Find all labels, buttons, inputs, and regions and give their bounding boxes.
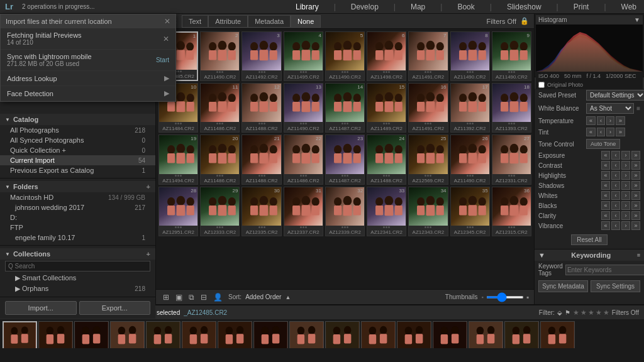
shad-dec-dec-button[interactable]: «	[601, 181, 610, 190]
photo-cell-20[interactable]: 20AZ11486.CR2	[200, 134, 240, 184]
sort-value[interactable]: Added Order	[245, 293, 281, 300]
nav-map[interactable]: Map	[408, 1, 428, 13]
exp-inc-button[interactable]: ›	[621, 151, 630, 160]
loupe-view-icon[interactable]: ▣	[174, 292, 184, 303]
sort-arrow-icon[interactable]: ▲	[285, 294, 291, 300]
temp-inc-inc-button[interactable]: »	[616, 116, 625, 125]
vib-inc-inc-button[interactable]: »	[631, 221, 640, 230]
vib-dec-button[interactable]: ‹	[611, 221, 620, 230]
photo-cell-27[interactable]: 27AZ12331.CR2	[492, 134, 531, 184]
tint-inc-inc-button[interactable]: »	[616, 128, 625, 136]
filmstrip-photo-11[interactable]	[361, 321, 396, 348]
black-inc-button[interactable]: ›	[621, 201, 630, 210]
exp-dec-dec-button[interactable]: «	[601, 151, 610, 160]
photo-cell-11[interactable]: 11AZ11486.CR2	[200, 83, 240, 133]
address-item[interactable]: Address Lookup ▶	[1, 71, 175, 86]
filter-tab-metadata[interactable]: Metadata	[248, 15, 291, 28]
clar-inc-button[interactable]: ›	[621, 211, 630, 220]
star-5-icon[interactable]: ★	[603, 309, 609, 317]
filmstrip-photo-10[interactable]	[325, 321, 360, 348]
catalog-all-photos[interactable]: All Photographs 218	[0, 125, 155, 135]
photo-cell-30[interactable]: 30AZ12335.CR2	[242, 187, 281, 236]
filmstrip-photo-13[interactable]	[433, 321, 467, 348]
reset-all-button[interactable]: Reset All	[571, 234, 607, 245]
cont-dec-dec-button[interactable]: «	[601, 161, 610, 170]
white-inc-inc-button[interactable]: »	[631, 191, 640, 200]
nav-develop[interactable]: Develop	[348, 1, 381, 13]
fetching-close-icon[interactable]: ✕	[163, 35, 169, 43]
photo-cell-16[interactable]: 16AZ11491.CR2	[408, 83, 448, 133]
black-dec-button[interactable]: ‹	[611, 201, 620, 210]
filter-tab-attribute[interactable]: Attribute	[208, 15, 248, 28]
filmstrip-photo-2[interactable]	[38, 321, 73, 348]
filmstrip-photo-1[interactable]	[3, 321, 37, 348]
filmstrip-photo-8[interactable]	[253, 321, 288, 348]
black-dec-dec-button[interactable]: «	[601, 201, 610, 210]
photo-cell-3[interactable]: 3AZ11492.CR2	[242, 31, 281, 81]
exp-inc-inc-button[interactable]: »	[631, 151, 640, 160]
thumbnail-size-slider[interactable]	[486, 296, 524, 299]
shad-inc-inc-button[interactable]: »	[631, 181, 640, 190]
photo-cell-18[interactable]: 18AZ11393.CR2	[492, 83, 531, 133]
filmstrip-filter-flag-icon[interactable]: ⚑	[565, 309, 570, 316]
sync-metadata-button[interactable]: Sync Metadata	[538, 280, 588, 292]
photo-cell-6[interactable]: 6AZ11498.CR2	[367, 31, 406, 81]
photo-cell-12[interactable]: 12AZ11488.CR2	[242, 83, 281, 133]
catalog-current-import[interactable]: Current Import 54	[0, 155, 155, 165]
catalog-quick-collection[interactable]: Quick Collection + 0	[0, 145, 155, 155]
folder-ftp[interactable]: FTP	[0, 222, 155, 233]
shad-dec-button[interactable]: ‹	[611, 181, 620, 190]
exp-dec-button[interactable]: ‹	[611, 151, 620, 160]
high-inc-button[interactable]: ›	[621, 171, 630, 180]
nav-web[interactable]: Web	[619, 1, 639, 13]
photo-cell-23[interactable]: 23AZ11487.CR2	[325, 134, 365, 184]
filmstrip-photo-9[interactable]	[289, 321, 324, 348]
tint-inc-button[interactable]: ›	[606, 128, 614, 136]
high-dec-button[interactable]: ‹	[611, 171, 620, 180]
temp-dec-dec-button[interactable]: «	[586, 116, 596, 125]
black-inc-inc-button[interactable]: »	[631, 201, 640, 210]
vib-dec-dec-button[interactable]: «	[601, 221, 610, 230]
clar-inc-inc-button[interactable]: »	[631, 211, 640, 220]
cont-dec-button[interactable]: ‹	[611, 161, 620, 170]
nav-print[interactable]: Print	[571, 1, 592, 13]
white-dec-button[interactable]: ‹	[611, 191, 620, 200]
nav-library[interactable]: Library	[293, 1, 321, 13]
keywording-menu-icon[interactable]: ≡	[637, 252, 640, 258]
photo-cell-25[interactable]: 25AZ12569.CR2	[408, 134, 448, 184]
filmstrip-photo-14[interactable]	[469, 321, 503, 348]
filters-lock-icon[interactable]: 🔒	[520, 17, 529, 25]
filmstrip-filename[interactable]: _AZ12485.CR2	[184, 309, 227, 316]
collections-add-icon[interactable]: +	[147, 250, 150, 258]
vib-inc-button[interactable]: ›	[621, 221, 630, 230]
filmstrip-photo-7[interactable]	[218, 321, 252, 348]
face-item[interactable]: Face Detection ▶	[1, 86, 175, 101]
collections-search-input[interactable]	[5, 261, 150, 272]
catalog-prev-export[interactable]: Previous Export as Catalog 1	[0, 165, 155, 175]
photo-cell-24[interactable]: 24AZ11488.CR2	[367, 134, 406, 184]
photo-cell-35[interactable]: 35AZ12345.CR2	[450, 187, 490, 236]
keywording-header[interactable]: ▼ Keywording ≡	[535, 249, 644, 261]
original-photo-checkbox[interactable]	[538, 82, 545, 88]
photo-cell-28[interactable]: 28AZ12951.CR2	[158, 187, 198, 236]
nav-book[interactable]: Book	[455, 1, 477, 13]
temp-inc-button[interactable]: ›	[606, 116, 614, 125]
filter-tab-text[interactable]: Text	[182, 15, 208, 28]
catalog-header[interactable]: ▼ Catalog	[0, 114, 155, 125]
folders-header[interactable]: ▼ Folders +	[0, 181, 155, 192]
nav-slideshow[interactable]: Slideshow	[504, 1, 544, 13]
histogram-header[interactable]: Histogram ▼	[536, 15, 643, 25]
sync-start-button[interactable]: Start	[156, 57, 169, 63]
temp-dec-button[interactable]: ‹	[597, 116, 605, 125]
close-icon[interactable]: ✕	[164, 17, 170, 26]
photo-cell-36[interactable]: 36AZ12315.CR2	[492, 187, 531, 236]
folder-d[interactable]: D:	[0, 212, 155, 222]
photo-cell-21[interactable]: 21AZ11488.CR2	[242, 134, 281, 184]
photo-cell-8[interactable]: 8AZ11490.CR2	[450, 31, 490, 81]
grid-view-icon[interactable]: ⊞	[161, 292, 171, 303]
tint-dec-button[interactable]: ‹	[597, 128, 605, 136]
photo-cell-15[interactable]: 15AZ11489.CR2	[367, 83, 406, 133]
import-button[interactable]: Import...	[5, 301, 77, 315]
filmstrip-photo-6[interactable]	[182, 321, 216, 348]
cont-inc-inc-button[interactable]: »	[631, 161, 640, 170]
